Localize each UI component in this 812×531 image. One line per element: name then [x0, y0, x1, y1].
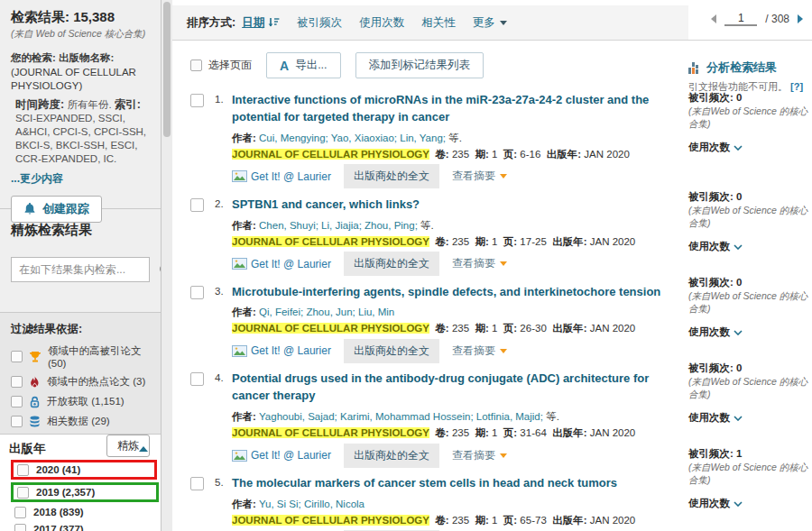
year-2018-label: 2018 (839) — [33, 507, 84, 517]
author-links[interactable]: Yaghoubi, Sajad; Karimi, Mohammad Hossei… — [259, 411, 543, 422]
sort-option-times-cited[interactable]: 被引频次 — [297, 15, 342, 31]
record-4-checkbox[interactable] — [190, 372, 204, 386]
cited-source: (来自Web of Science 的核心合集) — [688, 290, 809, 315]
usage-count-label: 使用次数 — [688, 141, 730, 154]
year-row-2017[interactable]: 2017 (377) — [11, 522, 153, 531]
filter-open-access[interactable]: 开放获取 (1,151) — [11, 395, 152, 408]
chevron-down-icon — [500, 21, 507, 25]
year-2018-checkbox[interactable] — [14, 507, 26, 518]
year-2017-checkbox[interactable] — [14, 524, 26, 531]
usage-count-link[interactable]: 使用次数 — [688, 325, 743, 339]
journal-link[interactable]: JOURNAL OF CELLULAR PHYSIOLOGY — [232, 149, 429, 160]
etal-label: 等. — [420, 220, 434, 231]
sort-more-dropdown[interactable]: 更多 — [473, 15, 507, 31]
record-1-title[interactable]: Interactive functions of microRNAs in th… — [232, 92, 683, 126]
image-placeholder-icon — [232, 258, 247, 270]
sidebar-scrollbar[interactable] — [161, 0, 172, 531]
year-2020-checkbox[interactable] — [17, 464, 29, 476]
search-summary-section: 检索结果: 15,388 (来自 Web of Science 核心合集) 您的… — [0, 0, 161, 209]
fulltext-button[interactable]: 出版商处的全文 — [344, 252, 439, 276]
getit-link[interactable]: Get It! @ Laurier — [232, 258, 331, 270]
journal-link[interactable]: JOURNAL OF CELLULAR PHYSIOLOGY — [232, 427, 429, 438]
year-2019-checkbox[interactable] — [17, 487, 29, 499]
filter-hot-papers-checkbox[interactable] — [11, 376, 23, 388]
author-links[interactable]: Qi, Feifei; Zhou, Jun; Liu, Min — [259, 307, 394, 317]
filter-open-access-checkbox[interactable] — [11, 396, 23, 407]
page-number-input[interactable] — [724, 12, 757, 26]
chevron-down-icon — [734, 501, 743, 507]
pages-value: 31-64 — [520, 427, 546, 438]
usage-count-link[interactable]: 使用次数 — [688, 411, 743, 425]
usage-count-link[interactable]: 使用次数 — [688, 497, 743, 510]
record-3: 3. Microtubule-interfering agents, spind… — [172, 275, 690, 362]
record-5-title[interactable]: The molecular markers of cancer stem cel… — [232, 475, 683, 492]
select-page-checkbox[interactable] — [190, 60, 202, 71]
issue-value: 1 — [492, 427, 497, 438]
filter-associated-data[interactable]: 相关数据 (29) — [11, 415, 152, 428]
help-link[interactable]: [?] — [790, 81, 803, 92]
less-content-link[interactable]: ...更少内容 — [11, 171, 150, 187]
year-row-2020[interactable]: 2020 (41) — [11, 460, 157, 480]
filter-hot-papers[interactable]: 领域中的热点论文 (3) — [11, 375, 152, 389]
filter-highly-cited[interactable]: 领域中的高被引论文 (50) — [11, 344, 152, 369]
record-2-title[interactable]: SPTBN1 and cancer, which links? — [232, 197, 683, 214]
author-links[interactable]: Yu, Si Si; Cirillo, Nicola — [259, 499, 364, 509]
analyze-results-link[interactable]: 分析检索结果 — [688, 60, 777, 76]
fulltext-button[interactable]: 出版商处的全文 — [344, 164, 439, 188]
view-abstract-link[interactable]: 查看摘要 — [452, 343, 507, 359]
record-5-number: 5. — [215, 477, 224, 488]
usage-count-link[interactable]: 使用次数 — [688, 240, 743, 253]
refine-search-input[interactable] — [19, 263, 159, 276]
record-3-title[interactable]: Microtubule-interfering agents, spindle … — [232, 284, 683, 301]
fulltext-button[interactable]: 出版商处的全文 — [344, 444, 439, 468]
getit-link[interactable]: Get It! @ Laurier — [232, 344, 331, 357]
journal-link[interactable]: JOURNAL OF CELLULAR PHYSIOLOGY — [232, 236, 429, 247]
index-value: SCI-EXPANDED, SSCI, A&HCI, CPCI-S, CPCI-… — [15, 113, 146, 164]
sort-option-relevance[interactable]: 相关性 — [421, 15, 456, 31]
create-alert-button[interactable]: 创建跟踪 — [11, 196, 102, 223]
add-to-marked-list-button[interactable]: 添加到标记结果列表 — [355, 52, 484, 78]
cited-label: 被引频次: — [688, 277, 734, 288]
chevron-down-icon — [734, 416, 743, 421]
sort-option-usage[interactable]: 使用次数 — [359, 15, 404, 31]
issue-value: 1 — [492, 149, 497, 160]
year-row-2019[interactable]: 2019 (2,357) — [11, 482, 159, 502]
pages-value: 26-30 — [520, 323, 546, 334]
getit-link[interactable]: Get It! @ Laurier — [232, 449, 331, 462]
pages-value: 17-25 — [520, 236, 546, 247]
view-abstract-link[interactable]: 查看摘要 — [452, 448, 507, 463]
pubyear-value: JAN 2020 — [590, 427, 636, 438]
pubyear-value: JAN 2020 — [584, 149, 630, 160]
view-abstract-link[interactable]: 查看摘要 — [452, 169, 507, 184]
results-count-label: 检索结果: — [11, 9, 69, 24]
record-5-checkbox[interactable] — [190, 477, 204, 490]
year-row-2018[interactable]: 2018 (839) — [11, 505, 153, 519]
pubyear-label: 出版年: — [552, 236, 586, 247]
filter-highly-cited-checkbox[interactable] — [11, 351, 23, 362]
view-abstract-link[interactable]: 查看摘要 — [452, 256, 507, 271]
collapse-arrow-icon[interactable] — [139, 446, 148, 452]
sort-date-label: 日期 — [242, 15, 264, 31]
record-4-title[interactable]: Potential drugs used in the antibody-dru… — [232, 371, 683, 405]
author-links[interactable]: Chen, Shuyi; Li, Jiajia; Zhou, Ping; — [259, 220, 418, 231]
usage-count-link[interactable]: 使用次数 — [688, 141, 743, 154]
sort-option-date[interactable]: 日期 — [242, 15, 280, 31]
record-3-checkbox[interactable] — [190, 286, 204, 299]
journal-link[interactable]: JOURNAL OF CELLULAR PHYSIOLOGY — [232, 323, 429, 334]
select-page-control[interactable]: 选择页面 — [190, 58, 252, 73]
scrollbar-thumb[interactable] — [163, 2, 171, 137]
previous-page-icon[interactable] — [711, 14, 716, 23]
author-links[interactable]: Cui, Mengying; Yao, Xiaoxiao; Lin, Yang; — [259, 133, 446, 143]
export-button[interactable]: A 导出... — [266, 52, 341, 78]
filter-associated-data-checkbox[interactable] — [11, 416, 23, 427]
journal-link[interactable]: JOURNAL OF CELLULAR PHYSIOLOGY — [232, 515, 429, 526]
fulltext-button[interactable]: 出版商处的全文 — [344, 339, 439, 363]
record-4-citation: 被引频次: 0 (来自Web of Science 的核心合集) 使用次数 — [688, 362, 809, 425]
citation-report-notice-text: 引文报告功能不可用。 — [688, 81, 788, 92]
getit-link[interactable]: Get It! @ Laurier — [232, 170, 331, 183]
record-1-checkbox[interactable] — [190, 94, 204, 107]
next-page-icon[interactable] — [798, 14, 803, 23]
record-2-citation: 被引频次: 0 (来自Web of Science 的核心合集) 使用次数 — [688, 190, 809, 253]
record-2-checkbox[interactable] — [190, 198, 204, 212]
filter-hot-papers-label: 领域中的热点论文 (3) — [47, 375, 145, 389]
